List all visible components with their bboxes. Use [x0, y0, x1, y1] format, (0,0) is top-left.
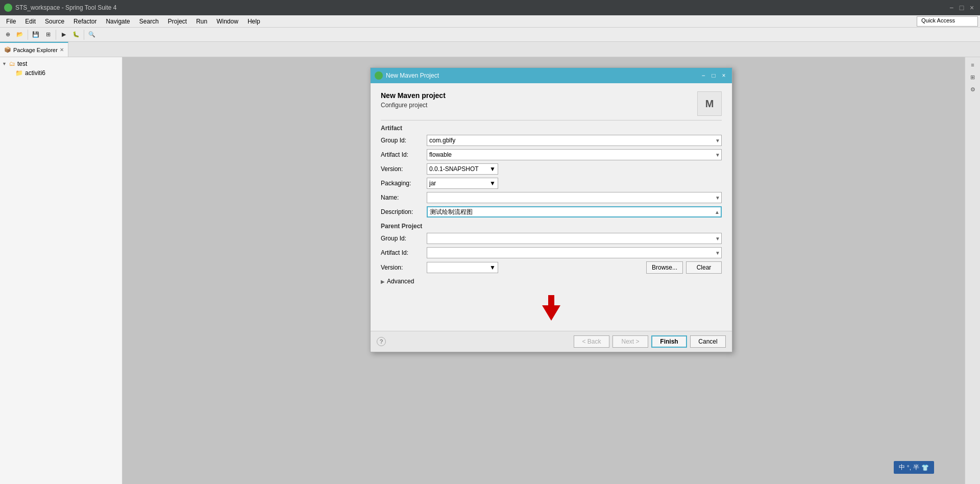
artifact-id-input[interactable]: ▼	[427, 149, 722, 160]
dialog-minimize-button[interactable]: −	[699, 71, 707, 80]
artifact-id-dropdown-icon[interactable]: ▼	[715, 152, 720, 158]
parent-group-id-input[interactable]: ▼	[427, 233, 722, 244]
toolbar-debug[interactable]: 🐛	[70, 29, 82, 40]
menu-file[interactable]: File	[2, 17, 20, 26]
parent-artifact-id-row: Artifact Id: ▼	[381, 247, 722, 258]
maven-logo: M	[697, 91, 722, 116]
browse-button[interactable]: Browse...	[646, 261, 683, 274]
finish-button[interactable]: Finish	[651, 335, 687, 348]
toolbar-save[interactable]: 💾	[30, 29, 41, 40]
cancel-button[interactable]: Cancel	[690, 335, 726, 348]
artifact-version-dropdown-icon[interactable]: ▼	[489, 165, 496, 173]
artifact-description-dropdown-icon[interactable]: ▲	[715, 209, 720, 215]
artifact-name-dropdown-icon[interactable]: ▼	[715, 195, 720, 201]
parent-version-dropdown-icon[interactable]: ▼	[489, 264, 496, 271]
dialog-maximize-button[interactable]: □	[709, 71, 718, 80]
artifact-version-select[interactable]: 0.0.1-SNAPSHOT ▼	[427, 163, 498, 175]
menu-run[interactable]: Run	[192, 17, 211, 26]
header-divider	[381, 120, 722, 120]
red-arrow-indicator	[381, 295, 722, 321]
artifact-group-id-dropdown-icon[interactable]: ▼	[715, 138, 720, 143]
back-button[interactable]: < Back	[574, 335, 609, 348]
toolbar-run[interactable]: ▶	[58, 29, 69, 40]
dialog-titlebar-left: New Maven Project	[375, 71, 439, 80]
menu-help[interactable]: Help	[243, 17, 264, 26]
advanced-arrow-icon: ▶	[381, 279, 385, 284]
parent-artifact-id-input[interactable]: ▼	[427, 247, 722, 258]
maven-logo-letter: M	[705, 98, 714, 110]
artifact-description-input[interactable]: ▲	[427, 206, 722, 217]
artifact-name-row: Name: ▼	[381, 192, 722, 203]
dialog-header: New Maven project Configure project M	[381, 91, 722, 116]
parent-section-title: Parent Project	[381, 223, 722, 230]
tree-item-activiti6[interactable]: 📁 activiti6	[0, 68, 122, 78]
toolbar-sep-2	[56, 30, 56, 40]
app-icon	[4, 4, 12, 12]
footer-buttons: < Back Next > Finish Cancel	[574, 335, 726, 348]
parent-artifact-id-label: Artifact Id:	[381, 249, 427, 256]
dialog-close-button[interactable]: ×	[720, 71, 728, 80]
project-name-label: test	[17, 60, 27, 67]
artifact-name-field[interactable]	[429, 194, 719, 201]
side-icon-3[interactable]: ⚙	[967, 84, 978, 95]
menu-source[interactable]: Source	[41, 17, 68, 26]
close-button[interactable]: ×	[968, 4, 976, 12]
minimize-button[interactable]: −	[947, 4, 955, 12]
ime-shirt-icon: 👕	[921, 464, 929, 471]
parent-artifact-id-dropdown-icon[interactable]: ▼	[715, 250, 720, 256]
toolbar-open[interactable]: 📂	[14, 29, 26, 40]
quick-access-input[interactable]: Quick Access	[917, 16, 978, 27]
menu-window[interactable]: Window	[212, 17, 242, 26]
maximize-button[interactable]: □	[958, 4, 966, 12]
tree-item-test[interactable]: ▼ 🗂 test	[0, 59, 122, 68]
help-button[interactable]: ?	[377, 337, 386, 346]
parent-group-id-dropdown-icon[interactable]: ▼	[715, 236, 720, 241]
artifact-packaging-dropdown-icon[interactable]: ▼	[489, 180, 496, 187]
toolbar: ⊕ 📂 💾 ⊞ ▶ 🐛 🔍	[0, 28, 980, 42]
menu-refactor[interactable]: Refactor	[69, 17, 101, 26]
parent-group-id-field[interactable]	[429, 235, 719, 242]
artifact-id-field[interactable]	[429, 151, 719, 158]
dialog-titlebar-controls[interactable]: − □ ×	[699, 71, 728, 80]
dialog-main-title: New Maven project	[381, 91, 446, 100]
new-maven-project-dialog: New Maven Project − □ × New Maven projec…	[370, 67, 732, 352]
toolbar-search[interactable]: 🔍	[86, 29, 97, 40]
modal-overlay: New Maven Project − □ × New Maven projec…	[122, 57, 980, 484]
parent-artifact-id-field[interactable]	[429, 249, 719, 256]
dialog-body: New Maven project Configure project M Ar…	[371, 83, 732, 331]
artifact-description-field[interactable]	[430, 208, 719, 215]
package-explorer-icon: 📦	[4, 46, 11, 53]
artifact-version-row: Version: 0.0.1-SNAPSHOT ▼	[381, 163, 722, 175]
parent-version-row: Version: ▼ Browse... Clear	[381, 261, 722, 274]
child-folder-icon: 📁	[15, 69, 23, 77]
menu-project[interactable]: Project	[164, 17, 191, 26]
toolbar-save-all[interactable]: ⊞	[42, 29, 54, 40]
clear-button[interactable]: Clear	[686, 261, 722, 274]
menu-edit[interactable]: Edit	[21, 17, 40, 26]
toolbar-new[interactable]: ⊕	[2, 29, 13, 40]
artifact-name-input[interactable]: ▼	[427, 192, 722, 203]
side-icon-2[interactable]: ⊞	[967, 71, 978, 83]
artifact-packaging-label: Packaging:	[381, 180, 427, 187]
parent-group-id-label: Group Id:	[381, 235, 427, 242]
artifact-packaging-select[interactable]: jar ▼	[427, 178, 498, 189]
artifact-group-id-field[interactable]	[429, 137, 719, 144]
tab-close-icon[interactable]: ✕	[60, 47, 64, 53]
title-bar-controls[interactable]: − □ ×	[947, 4, 976, 12]
side-icon-1[interactable]: ≡	[967, 59, 978, 70]
tab-package-explorer[interactable]: 📦 Package Explorer ✕	[0, 42, 68, 57]
dialog-subtitle: Configure project	[381, 102, 446, 109]
dialog-titlebar: New Maven Project − □ ×	[371, 68, 732, 83]
artifact-id-label: Artifact Id:	[381, 151, 427, 158]
parent-version-input[interactable]: ▼	[427, 262, 498, 273]
menu-search[interactable]: Search	[135, 17, 163, 26]
next-button[interactable]: Next >	[612, 335, 648, 348]
artifact-packaging-row: Packaging: jar ▼	[381, 178, 722, 189]
artifact-group-id-input[interactable]: ▼	[427, 135, 722, 146]
dialog-header-text: New Maven project Configure project	[381, 91, 446, 109]
views-bar: 📦 Package Explorer ✕	[0, 42, 980, 57]
title-bar-left: STS_workspace - Spring Tool Suite 4	[4, 4, 117, 12]
arrow-head	[542, 305, 560, 321]
menu-navigate[interactable]: Navigate	[102, 17, 134, 26]
advanced-section[interactable]: ▶ Advanced	[381, 278, 722, 285]
